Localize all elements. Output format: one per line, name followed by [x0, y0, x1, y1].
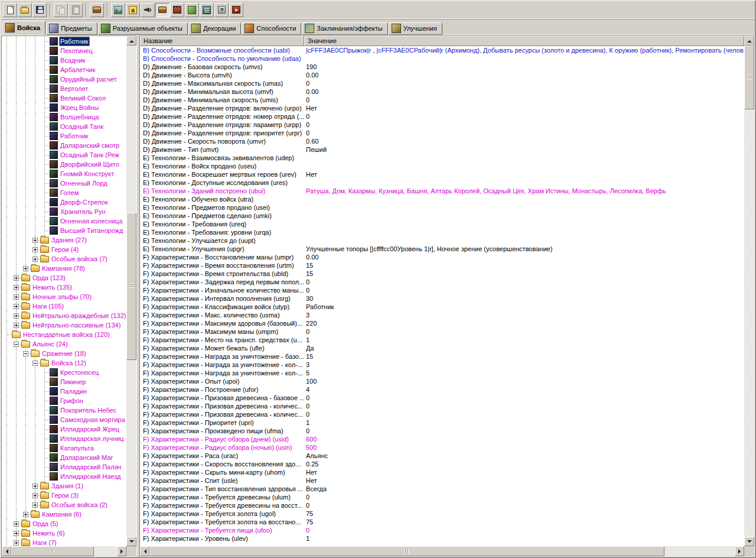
expand-icon[interactable] — [14, 323, 19, 328]
field-row[interactable]: F) Характеристики - Призовая древесина -… — [140, 394, 744, 402]
tree-item[interactable]: Нейтрально-враждебные (132) — [2, 311, 126, 320]
tree-item[interactable]: Нейтрально-пассивные (134) — [2, 320, 126, 330]
tree-item[interactable]: Нестандартные войска (120) — [2, 330, 126, 339]
field-row[interactable]: F) Характеристики - Интервал пополнения … — [140, 294, 744, 303]
field-row[interactable]: F) Характеристики - Скорость восстановле… — [140, 460, 744, 468]
import-manager-button[interactable] — [214, 3, 229, 17]
trigger-editor-button[interactable]: a — [126, 3, 140, 17]
tree-item[interactable]: Катапульта — [2, 443, 126, 453]
tree-vertical-scrollbar[interactable] — [126, 36, 136, 546]
tree-item[interactable]: Герои (3) — [2, 491, 126, 500]
field-row[interactable]: D) Движение - Скорость поворота (umvr)0.… — [140, 137, 744, 145]
terrain-editor-button[interactable] — [111, 3, 125, 17]
scroll-left-button[interactable] — [140, 546, 149, 556]
field-row[interactable]: F) Характеристики - Произведено пищи (uf… — [140, 427, 744, 435]
field-row[interactable]: F) Характеристики - Максимум маны (umpm)… — [140, 327, 744, 336]
expand-icon[interactable] — [14, 521, 19, 527]
field-row[interactable]: D) Движение - Высота (umvh)0.00 — [140, 71, 744, 79]
field-row[interactable]: E) Технологии - Доступные исследования (… — [140, 179, 744, 187]
tree-item[interactable]: Особые войска (7) — [2, 254, 126, 264]
column-header-name[interactable]: Название — [140, 36, 304, 46]
expand-icon[interactable] — [14, 285, 19, 290]
sound-editor-button[interactable] — [141, 3, 155, 17]
field-row[interactable]: F) Характеристики - Спит (usle)Нет — [140, 476, 744, 485]
tree-item[interactable]: Пикинер — [2, 377, 126, 387]
expand-icon[interactable] — [32, 493, 38, 498]
field-row[interactable]: F) Характеристики - Место на трансп. сре… — [140, 336, 744, 344]
tree-item[interactable]: Нежить (6) — [2, 528, 126, 538]
tree-item[interactable]: Всадник — [2, 56, 126, 65]
scroll-down-button[interactable] — [126, 537, 136, 546]
new-map-button[interactable] — [3, 3, 17, 17]
field-row[interactable]: F) Характеристики - Призовая древесина -… — [140, 410, 744, 418]
field-row[interactable]: F) Характеристики - Восстановление маны … — [140, 253, 744, 261]
tree-item[interactable]: Орудийный расчет — [2, 74, 126, 84]
field-row[interactable]: F) Характеристики - Требуется древесины … — [140, 493, 744, 501]
campaign-editor-button[interactable] — [170, 3, 184, 17]
field-row[interactable]: F) Характеристики - Приоритет (upri)1 — [140, 418, 744, 427]
field-row[interactable]: F) Характеристики - Опыт (upoi)100 — [140, 377, 744, 385]
field-row[interactable]: F) Характеристики - Построение (ufor)4 — [140, 385, 744, 394]
scroll-thumb[interactable] — [126, 213, 136, 360]
tree-item[interactable]: Дворф-Стрелок — [2, 197, 126, 207]
tree-item[interactable]: Работник — [2, 37, 126, 46]
expand-icon[interactable] — [14, 531, 19, 536]
tree-item[interactable]: Орда (123) — [2, 273, 126, 283]
scroll-right-button[interactable] — [735, 546, 744, 556]
scroll-down-button[interactable] — [744, 537, 754, 546]
tab-abilities[interactable]: Способности — [242, 22, 301, 35]
field-row[interactable]: F) Характеристики - Задержка перед первы… — [140, 278, 744, 286]
field-row[interactable]: F) Характеристики - Раса (urac)Альянс — [140, 452, 744, 460]
scroll-right-button[interactable] — [117, 546, 126, 556]
tree-item[interactable]: Иллидарская лучниц — [2, 434, 126, 443]
fields-vertical-scrollbar[interactable] — [744, 36, 754, 546]
tree-item[interactable]: Войска (12) — [2, 358, 126, 368]
scroll-left-button[interactable] — [2, 546, 11, 556]
field-row[interactable]: D) Движение - Базовая скорость (umvs)190 — [140, 63, 744, 71]
tree-item[interactable]: Ночные эльфы (70) — [2, 292, 126, 301]
field-row[interactable]: F) Характеристики - Призовая древесина -… — [140, 402, 744, 410]
field-row[interactable]: E) Технологии - Улучшается до (uupt) — [140, 236, 744, 245]
tree-item[interactable]: Здания (27) — [2, 235, 126, 245]
tree-item[interactable]: Альянс (24) — [2, 339, 126, 349]
tree-item[interactable]: Осадный Танк (Реж — [2, 150, 126, 160]
test-map-button[interactable] — [229, 3, 243, 17]
scroll-track[interactable] — [126, 46, 136, 537]
field-row[interactable]: E) Технологии - Зданий построено (ubui)Р… — [140, 187, 744, 195]
tree-item[interactable]: Сражение (18) — [2, 349, 126, 358]
tree-item[interactable]: Огненный Лорд — [2, 179, 126, 188]
field-row[interactable]: F) Характеристики - Уровень (ulev)1 — [140, 534, 744, 543]
open-map-button[interactable] — [18, 3, 32, 17]
tab-upgrades[interactable]: Улучшения — [389, 22, 442, 35]
expand-icon[interactable] — [32, 247, 38, 252]
field-row[interactable]: F) Характеристики - Награда за уничтожен… — [140, 369, 744, 377]
field-row[interactable]: D) Движение - Тип (umvt)Пеший — [140, 145, 744, 154]
field-row[interactable]: F) Характеристики - Награда за уничтожен… — [140, 352, 744, 361]
tree-item[interactable]: Даларанский Маг — [2, 453, 126, 462]
tree-item[interactable]: Огненная колесница — [2, 216, 126, 226]
tree-item[interactable]: Герои (4) — [2, 245, 126, 254]
expand-icon[interactable] — [32, 484, 38, 489]
tree-item[interactable]: Особые войска (2) — [2, 500, 126, 510]
field-row[interactable]: F) Характеристики - Радиус обзора (ночью… — [140, 443, 744, 452]
expand-icon[interactable] — [32, 238, 38, 243]
save-map-button[interactable] — [32, 3, 47, 17]
field-row[interactable]: E) Технологии - Взаимосвязь эквивалентов… — [140, 154, 744, 162]
field-row[interactable]: D) Движение - Разделение отрядов: приори… — [140, 129, 744, 137]
tree-item[interactable]: Арбалетчик — [2, 65, 126, 74]
scroll-thumb[interactable] — [149, 546, 664, 556]
tree-item[interactable]: Волшебница — [2, 112, 126, 122]
field-row[interactable]: E) Технологии - Войск продано (useu) — [140, 162, 744, 170]
tree-item[interactable]: Паладин — [2, 387, 126, 396]
tab-destructibles[interactable]: Разрушаемые объекты — [98, 22, 188, 35]
tree-horizontal-scrollbar[interactable] — [2, 546, 126, 556]
scroll-track[interactable] — [11, 546, 117, 556]
field-row[interactable]: E) Технологии - Предметов сделано (umki) — [140, 212, 744, 220]
field-row[interactable]: B) Способности - Способность по умолчани… — [140, 54, 744, 63]
object-editor-button[interactable] — [155, 3, 170, 17]
expand-icon[interactable] — [14, 294, 19, 300]
tab-units[interactable]: Войска — [2, 21, 45, 35]
field-row[interactable]: D) Движение - Максимальная скорость (uma… — [140, 79, 744, 87]
collapse-icon[interactable] — [23, 351, 28, 356]
ai-editor-button[interactable] — [185, 3, 199, 17]
